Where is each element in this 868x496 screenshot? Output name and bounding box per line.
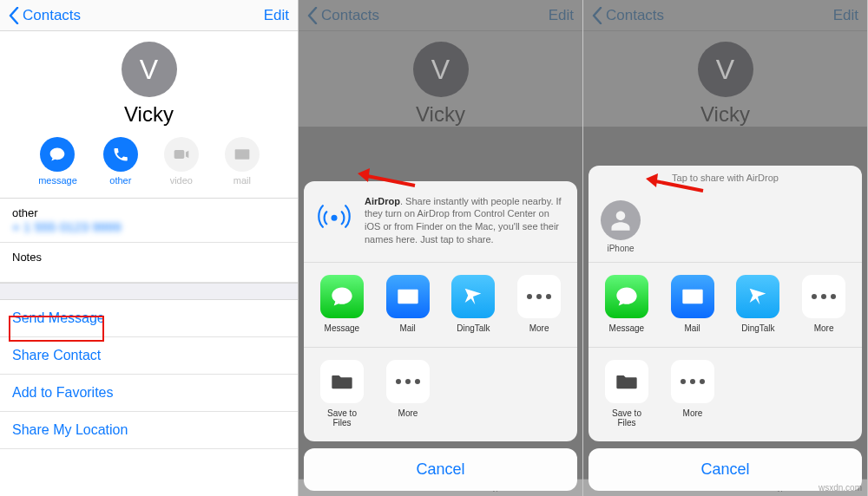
action-video[interactable]: video [164,137,199,186]
action-message-label: message [38,175,77,186]
panel-share-sheet-airdrop-info: Contacts Edit V Vicky Favorites Recents … [299,0,583,496]
share-app-more[interactable]: More [799,275,848,333]
message-icon [40,137,75,172]
messages-app-icon [605,275,648,318]
contact-name: Vicky [124,102,174,127]
chevron-left-icon [9,7,19,24]
share-apps-row: Message Mail DingTalk More [589,263,862,348]
airdrop-section[interactable]: AirDrop. Share instantly with people nea… [304,181,577,263]
share-actions-row: Save to Files More [304,348,577,441]
mail-app-icon [386,275,430,318]
share-contact-link[interactable]: Share Contact [0,337,298,375]
dingtalk-app-icon [451,275,495,318]
messages-app-icon [320,275,364,318]
contact-header: V Vicky [0,31,298,127]
share-app-dingtalk[interactable]: DingTalk [450,275,498,333]
watermark: wsxdn.com [819,483,862,493]
share-action-save-files[interactable]: Save to Files [318,360,366,427]
phone-label: other [12,206,286,219]
phone-number: + 1 555 0123 9999 [12,219,286,234]
edit-button[interactable]: Edit [264,7,289,24]
avatar-initial: V [140,54,158,86]
share-app-mail[interactable]: Mail [668,275,717,333]
more-icon [802,275,845,318]
airdrop-target-label: iPhone [607,244,634,253]
more-icon [517,275,561,318]
mail-icon [225,137,260,172]
phone-icon [103,137,138,172]
action-call-label: other [109,175,131,186]
quick-actions: message other video mail [0,127,298,198]
share-actions-row: Save to Files More [589,348,862,441]
svg-point-0 [332,214,338,220]
notes-cell[interactable]: Notes [0,243,298,283]
action-call[interactable]: other [103,137,138,186]
folder-icon [320,360,364,403]
notes-label: Notes [12,251,286,264]
video-icon [164,137,199,172]
share-app-more[interactable]: More [515,275,563,333]
share-app-dingtalk[interactable]: DingTalk [734,275,783,333]
folder-icon [605,360,648,403]
share-action-more[interactable]: More [668,360,717,427]
share-location-link[interactable]: Share My Location [0,412,298,449]
panel-contact-detail: Contacts Edit V Vicky message other vide… [0,0,299,496]
airdrop-section: Tap to share with AirDrop iPhone [589,166,862,263]
back-label: Contacts [23,7,81,24]
action-mail[interactable]: mail [225,137,260,186]
mail-app-icon [671,275,714,318]
more-icon [671,360,714,403]
phone-cell[interactable]: other + 1 555 0123 9999 [0,199,298,243]
panel-share-sheet-airdrop-target: Contacts Edit V Vicky Favorites Recents … [583,0,868,496]
share-sheet: Tap to share with AirDrop iPhone Message… [589,166,862,491]
add-favorites-link[interactable]: Add to Favorites [0,375,298,412]
cancel-button[interactable]: Cancel [304,448,577,491]
action-message[interactable]: message [38,137,77,186]
airdrop-instructions: AirDrop. Share instantly with people nea… [365,195,565,246]
person-silhouette-icon [601,200,641,240]
send-message-link[interactable]: Send Message [0,300,298,337]
airdrop-target[interactable]: iPhone [601,200,641,253]
share-app-message[interactable]: Message [602,275,651,333]
airdrop-tip: Tap to share with AirDrop [672,173,779,183]
action-mail-label: mail [233,175,251,186]
share-action-save-files[interactable]: Save to Files [602,360,651,427]
share-sheet: AirDrop. Share instantly with people nea… [304,181,577,491]
dingtalk-app-icon [736,275,779,318]
share-apps-row: Message Mail DingTalk More [304,263,577,348]
avatar: V [122,42,177,97]
action-video-label: video [170,175,193,186]
more-icon [386,360,430,403]
share-action-more[interactable]: More [384,360,432,427]
navbar: Contacts Edit [0,0,298,31]
share-app-mail[interactable]: Mail [384,275,432,333]
back-button[interactable]: Contacts [9,7,81,24]
airdrop-icon [316,195,352,232]
share-app-message[interactable]: Message [318,275,366,333]
